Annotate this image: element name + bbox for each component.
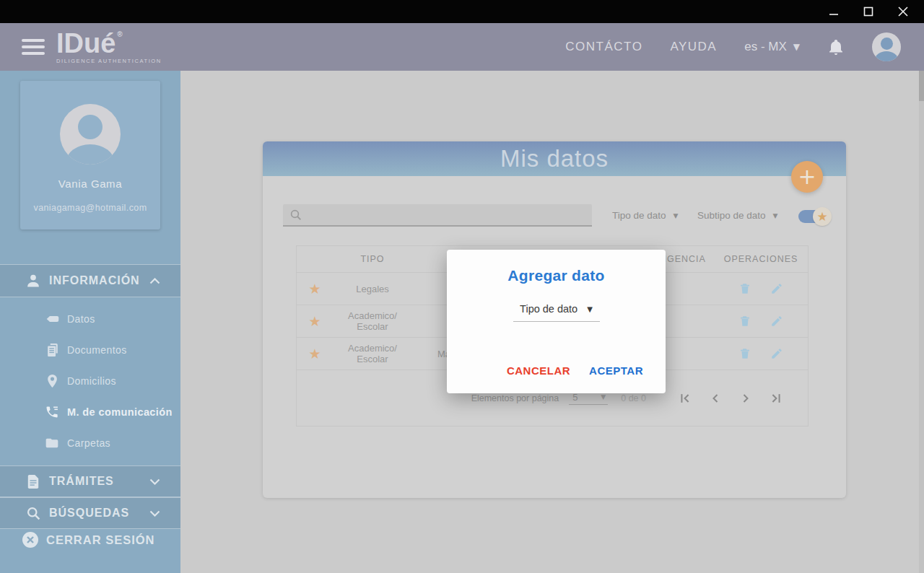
agregar-dato-dialog: Agregar dato Tipo de dato ▼ CANCELAR ACE…	[447, 250, 666, 393]
screen: IDué ® DILIGENCE AUTHENTICATION CONTÁCTO…	[0, 0, 924, 573]
chevron-down-icon: ▼	[587, 305, 593, 313]
cancel-button[interactable]: CANCELAR	[507, 364, 570, 377]
dialog-title: Agregar dato	[447, 267, 666, 284]
os-titlebar	[0, 0, 924, 23]
tipo-de-dato-select[interactable]: Tipo de dato ▼	[513, 303, 600, 322]
maximize-icon[interactable]	[856, 2, 881, 21]
select-label: Tipo de dato	[520, 303, 578, 315]
close-icon[interactable]	[891, 2, 915, 21]
minimize-icon[interactable]	[821, 2, 846, 21]
accept-button[interactable]: ACEPTAR	[589, 364, 643, 377]
